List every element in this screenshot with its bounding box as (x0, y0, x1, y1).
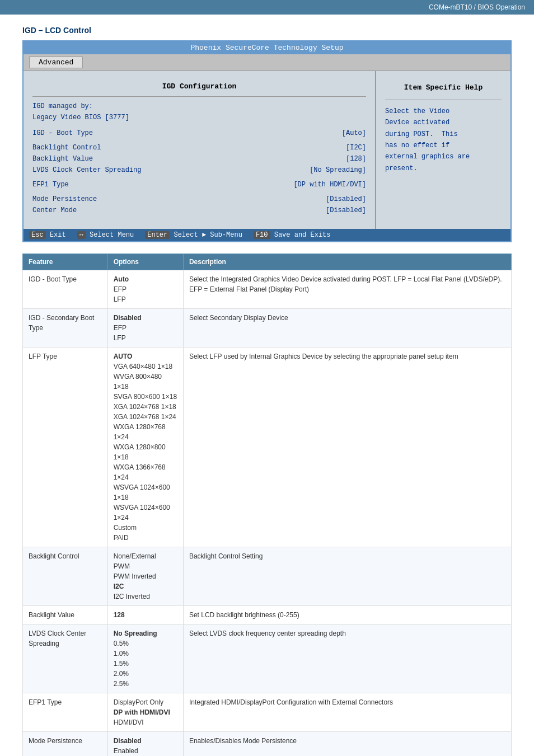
bios-tab-bar: Advanced (24, 54, 510, 71)
cell-description: Select LVDS clock frequency center sprea… (183, 624, 511, 693)
cell-feature: LVDS Clock Center Spreading (23, 624, 108, 693)
bios-footer: Esc Exit ↔ Select Menu Enter Select ► Su… (24, 229, 510, 241)
cell-feature: EFP1 Type (23, 693, 108, 732)
bios-tab-advanced[interactable]: Advanced (29, 57, 83, 68)
table-header-row: Feature Options Description (23, 254, 512, 270)
col-description: Description (183, 254, 511, 270)
cell-description: Integrated HDMI/DisplayPort Configuratio… (183, 693, 511, 732)
page-header: COMe-mBT10 / BIOS Operation (0, 0, 534, 15)
bios-screen: Phoenix SecureCore Technology Setup Adva… (22, 40, 512, 242)
cell-options: DisabledEFPLFP (107, 309, 183, 348)
cell-description: Set LCD backlight brightness (0-255) (183, 606, 511, 624)
bios-item-backlight-ctrl: Backlight Control [I2C] (32, 144, 366, 152)
bios-right-panel: Item Specific Help Select the Video Devi… (376, 71, 510, 229)
cell-description: Select Secondary Display Device (183, 309, 511, 348)
bios-legacy-bios: Legacy Video BIOS [3777] (32, 114, 366, 121)
col-feature: Feature (23, 254, 108, 270)
section-title: IGD – LCD Control (22, 26, 512, 35)
cell-feature: Mode Persistence (23, 732, 108, 757)
options-table: Feature Options Description IGD - Boot T… (22, 253, 512, 756)
cell-feature: Backlight Control (23, 547, 108, 606)
bios-item-igd-boot: IGD - Boot Type [Auto] (32, 129, 366, 137)
footer-esc: Esc Exit (29, 231, 66, 239)
cell-description: Select the Integrated Graphics Video Dev… (183, 270, 511, 309)
cell-description: Select LFP used by Internal Graphics Dev… (183, 348, 511, 547)
header-title: COMe-mBT10 / BIOS Operation (429, 3, 525, 11)
table-row: IGD - Boot TypeAutoEFPLFPSelect the Inte… (23, 270, 512, 309)
col-options: Options (107, 254, 183, 270)
table-body: IGD - Boot TypeAutoEFPLFPSelect the Inte… (23, 270, 512, 757)
bios-item-center-mode: Center Mode [Disabled] (32, 206, 366, 214)
cell-options: None/ExternalPWMPWM InvertedI2CI2C Inver… (107, 547, 183, 606)
bios-right-header: Item Specific Help (385, 79, 502, 100)
cell-feature: Backlight Value (23, 606, 108, 624)
table-row: Backlight ControlNone/ExternalPWMPWM Inv… (23, 547, 512, 606)
bios-config-block: IGD managed by: Legacy Video BIOS [3777]… (32, 102, 366, 214)
cell-options: AUTOVGA 640×480 1×18WVGA 800×480 1×18SVG… (107, 348, 183, 547)
bios-left-header: IGD Configuration (32, 79, 366, 97)
cell-options: AutoEFPLFP (107, 270, 183, 309)
table-row: EFP1 TypeDisplayPort OnlyDP with HDMI/DV… (23, 693, 512, 732)
bios-item-backlight-val: Backlight Value [128] (32, 155, 366, 163)
bios-igd-managed: IGD managed by: (32, 102, 366, 110)
table-row: Backlight Value128Set LCD backlight brig… (23, 606, 512, 624)
footer-enter: Enter Select ► Sub-Menu (145, 231, 242, 239)
cell-options: DisplayPort OnlyDP with HDMI/DVIHDMI/DVI (107, 693, 183, 732)
bios-left-panel: IGD Configuration IGD managed by: Legacy… (24, 71, 376, 229)
table-section: Feature Options Description IGD - Boot T… (22, 253, 512, 756)
cell-feature: IGD - Boot Type (23, 270, 108, 309)
table-row: Mode PersistenceDisabledEnabledEnables/D… (23, 732, 512, 757)
footer-select-menu: ↔ Select Menu (77, 231, 134, 239)
footer-f10: F10 Save and Exits (254, 231, 331, 239)
cell-feature: IGD - Secondary Boot Type (23, 309, 108, 348)
bios-help-text: Select the Video Device activated during… (385, 106, 502, 174)
bios-item-lvds: LVDS Clock Center Spreading [No Spreadin… (32, 166, 366, 174)
cell-options: No Spreading0.5%1.0%1.5%2.0%2.5% (107, 624, 183, 693)
cell-feature: LFP Type (23, 348, 108, 547)
cell-options: DisabledEnabled (107, 732, 183, 757)
table-row: LFP TypeAUTOVGA 640×480 1×18WVGA 800×480… (23, 348, 512, 547)
bios-body: IGD Configuration IGD managed by: Legacy… (24, 71, 510, 229)
cell-options: 128 (107, 606, 183, 624)
table-row: LVDS Clock Center SpreadingNo Spreading0… (23, 624, 512, 693)
cell-description: Enables/Disables Mode Persistence (183, 732, 511, 757)
bios-title-bar: Phoenix SecureCore Technology Setup (24, 41, 510, 54)
bios-item-efp1: EFP1 Type [DP with HDMI/DVI] (32, 181, 366, 189)
cell-description: Backlight Control Setting (183, 547, 511, 606)
table-header: Feature Options Description (23, 254, 512, 270)
bios-item-mode-persist: Mode Persistence [Disabled] (32, 195, 366, 203)
table-row: IGD - Secondary Boot TypeDisabledEFPLFPS… (23, 309, 512, 348)
